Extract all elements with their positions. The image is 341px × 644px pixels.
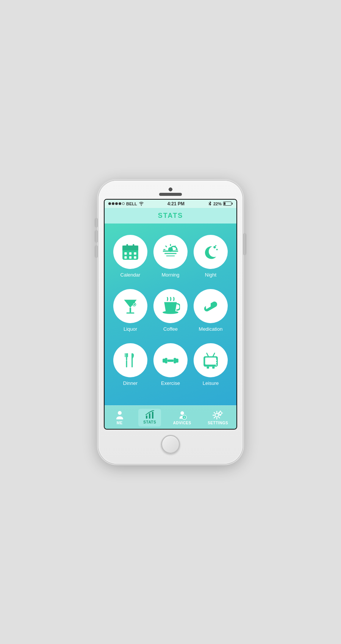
tab-stats[interactable]: STATS bbox=[138, 409, 161, 427]
svg-rect-7 bbox=[124, 256, 127, 258]
svg-rect-50 bbox=[149, 413, 150, 419]
svg-point-46 bbox=[216, 362, 217, 363]
svg-rect-29 bbox=[126, 353, 127, 360]
calendar-item[interactable]: Calendar bbox=[113, 235, 147, 278]
svg-point-20 bbox=[216, 249, 218, 250]
calendar-icon bbox=[121, 242, 140, 261]
medication-icon-circle bbox=[194, 289, 228, 323]
tab-me[interactable]: ME bbox=[108, 409, 131, 427]
tab-settings-label: SETTINGS bbox=[208, 421, 228, 425]
svg-rect-40 bbox=[205, 357, 216, 364]
svg-line-62 bbox=[219, 417, 220, 418]
night-item[interactable]: Night bbox=[194, 235, 228, 278]
svg-rect-49 bbox=[146, 416, 147, 419]
leisure-item[interactable]: Leisure bbox=[194, 343, 228, 386]
leisure-icon-circle bbox=[194, 343, 228, 377]
svg-rect-38 bbox=[167, 359, 174, 361]
svg-rect-30 bbox=[125, 353, 125, 357]
svg-rect-3 bbox=[133, 244, 134, 247]
coffee-label: Coffee bbox=[163, 326, 178, 332]
coffee-icon bbox=[161, 297, 180, 316]
liquor-item[interactable]: Liquor bbox=[113, 289, 147, 332]
liquor-label: Liquor bbox=[124, 326, 137, 332]
stats-icon bbox=[145, 410, 154, 419]
wifi-icon bbox=[139, 202, 144, 206]
battery-body bbox=[223, 202, 232, 206]
leisure-label: Leisure bbox=[203, 380, 219, 386]
speaker bbox=[159, 193, 182, 196]
signal-dot-5 bbox=[122, 202, 125, 205]
morning-icon bbox=[161, 242, 180, 261]
settings-icon bbox=[213, 410, 223, 420]
svg-point-21 bbox=[215, 245, 216, 246]
coffee-item[interactable]: Coffee bbox=[153, 289, 188, 332]
svg-point-19 bbox=[213, 246, 216, 248]
side-buttons-right bbox=[243, 234, 246, 255]
svg-point-47 bbox=[216, 364, 217, 365]
dinner-label: Dinner bbox=[123, 380, 138, 386]
svg-line-42 bbox=[213, 353, 214, 356]
mute-button[interactable] bbox=[95, 219, 98, 227]
signal-dot-3 bbox=[115, 202, 118, 205]
svg-rect-9 bbox=[134, 256, 136, 258]
tab-advices-label: ADVICES bbox=[173, 421, 191, 425]
svg-line-15 bbox=[174, 246, 175, 247]
phone-top-bar bbox=[104, 188, 237, 196]
dinner-item[interactable]: Dinner bbox=[113, 343, 147, 386]
app-body: Calendar bbox=[105, 224, 236, 405]
exercise-icon bbox=[161, 351, 180, 370]
svg-point-53 bbox=[180, 411, 184, 414]
exercise-item[interactable]: Exercise bbox=[153, 343, 188, 386]
dinner-icon bbox=[121, 351, 140, 370]
morning-icon-circle bbox=[153, 235, 188, 269]
carrier-label: BELL bbox=[126, 202, 137, 206]
phone-frame: BELL 4:21 PM 22% bbox=[99, 181, 242, 464]
morning-label: Morning bbox=[162, 272, 180, 278]
svg-rect-33 bbox=[131, 353, 133, 367]
svg-line-17 bbox=[166, 246, 167, 247]
medication-item[interactable]: Medication bbox=[194, 289, 228, 332]
camera bbox=[169, 188, 172, 191]
svg-text:?: ? bbox=[183, 416, 185, 419]
svg-rect-2 bbox=[127, 244, 128, 247]
svg-rect-4 bbox=[124, 252, 127, 255]
tab-bar: ME STATS ? bbox=[105, 405, 236, 429]
icon-grid: Calendar bbox=[112, 235, 229, 386]
volume-up-button[interactable] bbox=[95, 231, 98, 242]
svg-rect-36 bbox=[165, 358, 167, 363]
svg-point-56 bbox=[215, 413, 219, 417]
leisure-icon bbox=[201, 351, 220, 370]
medication-label: Medication bbox=[199, 326, 223, 332]
svg-point-48 bbox=[118, 411, 122, 415]
status-time: 4:21 PM bbox=[167, 201, 185, 206]
volume-down-button[interactable] bbox=[95, 246, 98, 257]
signal-dot-1 bbox=[108, 202, 111, 205]
svg-rect-23 bbox=[127, 312, 135, 313]
tab-settings[interactable]: SETTINGS bbox=[203, 409, 233, 427]
app-title: STATS bbox=[158, 212, 183, 219]
tab-advices[interactable]: ? ADVICES bbox=[169, 409, 196, 427]
phone-screen: BELL 4:21 PM 22% bbox=[104, 199, 237, 430]
svg-rect-6 bbox=[134, 252, 136, 255]
battery-pct: 22% bbox=[213, 202, 222, 206]
svg-rect-37 bbox=[174, 358, 176, 363]
battery-tip bbox=[232, 203, 233, 205]
signal-dot-4 bbox=[119, 202, 121, 205]
night-icon bbox=[201, 242, 220, 261]
svg-rect-44 bbox=[212, 366, 214, 368]
svg-rect-31 bbox=[127, 353, 128, 357]
morning-item[interactable]: Morning bbox=[153, 235, 188, 278]
svg-rect-51 bbox=[152, 412, 153, 419]
person-icon bbox=[116, 410, 124, 420]
tab-stats-label: STATS bbox=[143, 420, 156, 424]
svg-point-27 bbox=[163, 311, 178, 314]
svg-point-25 bbox=[133, 303, 135, 305]
medication-icon bbox=[201, 297, 220, 316]
signal-dot-2 bbox=[112, 202, 114, 205]
battery-fill bbox=[224, 202, 225, 205]
power-button[interactable] bbox=[243, 234, 246, 255]
home-button[interactable] bbox=[161, 435, 180, 454]
night-icon-circle bbox=[194, 235, 228, 269]
night-label: Night bbox=[205, 272, 216, 278]
exercise-label: Exercise bbox=[161, 380, 180, 386]
